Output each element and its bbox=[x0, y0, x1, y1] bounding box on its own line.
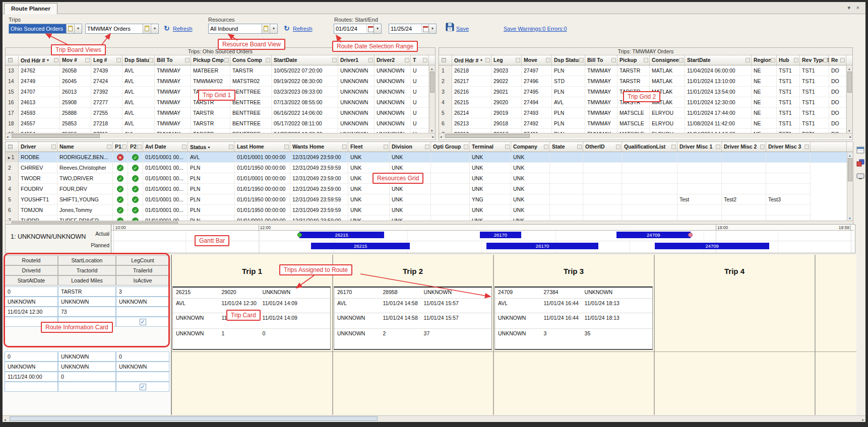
table-row[interactable]: 19245542585027215AVLTMWMAYTARSTRBENTTREE… bbox=[6, 129, 435, 133]
column-header-driver-misc-3[interactable]: Driver Misc 3 bbox=[766, 142, 811, 152]
route-field-value[interactable]: UNKNOWN bbox=[58, 362, 116, 372]
filter-icon[interactable] bbox=[224, 58, 229, 62]
column-header-dsp-status[interactable]: Dsp Status bbox=[552, 55, 585, 65]
trip-grid-2-vscrollbar[interactable]: ▴▾ bbox=[846, 66, 852, 133]
scroll-thumb[interactable] bbox=[12, 134, 100, 138]
table-row[interactable]: 6TOMJONJones,Tommy✓✓01/01/0001 00...PLN0… bbox=[6, 205, 853, 216]
route-field-value[interactable]: ✓ bbox=[116, 317, 169, 327]
table-row[interactable]: 18245572585327218AVLTMWMAYTARSTRBENTTREE… bbox=[6, 118, 435, 129]
route-field-value[interactable]: 3 bbox=[116, 287, 169, 297]
trip-card[interactable]: 2470927384UNKNOWNAVL11/01/24 16:4411/01/… bbox=[494, 287, 653, 350]
grid-corner-header[interactable] bbox=[6, 55, 19, 65]
column-header-hub[interactable]: Hub bbox=[777, 55, 800, 65]
save-warnings-link[interactable]: Save Warnings:0 Errors:0 bbox=[504, 26, 567, 32]
column-header-division[interactable]: Division bbox=[390, 142, 431, 152]
gantt-planned-bar[interactable]: 26215 bbox=[311, 243, 410, 249]
filter-icon[interactable] bbox=[679, 58, 684, 62]
filter-icon[interactable] bbox=[116, 58, 121, 62]
route-field-value[interactable]: 0 bbox=[116, 351, 169, 362]
route-field-value[interactable]: UNKNOWN bbox=[116, 297, 169, 307]
column-header-t[interactable]: T bbox=[411, 55, 429, 65]
filter-icon[interactable] bbox=[342, 145, 347, 149]
route-field-value[interactable]: ✓ bbox=[116, 382, 169, 392]
trip-grid-2-hscrollbar[interactable]: ◂▸ bbox=[439, 133, 852, 138]
column-header-mov-[interactable]: Mov # bbox=[60, 55, 91, 65]
column-header-leg[interactable]: Leg bbox=[491, 55, 522, 65]
gantt-actual-bar[interactable]: 24709 bbox=[616, 232, 691, 238]
route-start-date-field[interactable]: 01/01/24 ▾ bbox=[334, 24, 382, 34]
table-row[interactable]: 5262142901927493PLNTMWMAYMATSCLEELRYOU11… bbox=[439, 108, 852, 118]
refresh-icon[interactable]: ↻ bbox=[284, 25, 290, 32]
column-header-bill-to[interactable]: Bill To bbox=[155, 55, 191, 65]
filter-icon[interactable] bbox=[368, 58, 373, 62]
table-row[interactable]: 2CHRREVReeves,Christopher✓✓01/01/0001 00… bbox=[6, 163, 853, 173]
filter-icon[interactable] bbox=[823, 58, 828, 62]
column-header-driver1[interactable]: Driver1 bbox=[338, 55, 375, 65]
trip-view-1-dropdown[interactable]: Ohio Sourced Orders ▾ bbox=[9, 24, 82, 34]
table-row[interactable]: 5YOUSHFT1SHIFT1,YOUNG✓✓01/01/0001 00...P… bbox=[6, 194, 853, 205]
filter-icon[interactable] bbox=[611, 58, 616, 62]
filter-icon[interactable] bbox=[149, 58, 153, 62]
trip-card[interactable]: 2617028958UNKNOWNAVL11/01/24 14:5811/01/… bbox=[334, 287, 492, 350]
column-header-pickup[interactable]: Pickup bbox=[617, 55, 650, 65]
route-field-value[interactable]: TARSTR bbox=[58, 287, 116, 297]
dock-layout-icon[interactable] bbox=[856, 159, 864, 169]
scroll-thumb[interactable] bbox=[10, 416, 378, 421]
column-header-p2[interactable]: P2 bbox=[128, 142, 143, 152]
main-hscrollbar[interactable]: ◂ ▸ bbox=[3, 415, 865, 421]
column-header-rev-type-3[interactable]: Rev Type 3 bbox=[800, 55, 829, 65]
filter-icon[interactable] bbox=[85, 58, 90, 62]
refresh-trips-link[interactable]: Refresh bbox=[173, 26, 193, 32]
trip-view-2-dropdown[interactable]: TMWMAY Orders ▾ bbox=[85, 24, 159, 34]
tab-list-icon[interactable]: ▾ bbox=[847, 5, 850, 11]
filter-icon[interactable] bbox=[266, 58, 270, 62]
filter-icon[interactable] bbox=[107, 145, 111, 149]
column-header-pickup-cmp[interactable]: Pickup Cmp bbox=[191, 55, 230, 65]
route-field-value[interactable]: 11/11/24 00:00 bbox=[5, 372, 58, 382]
column-header-last-home[interactable]: Last Home bbox=[235, 142, 290, 152]
column-header-fleet[interactable]: Fleet bbox=[348, 142, 390, 152]
route-field-value[interactable]: 0 bbox=[5, 351, 58, 362]
filter-icon[interactable] bbox=[716, 145, 720, 149]
table-row[interactable]: 14247492604527424AVLTMWMAYTMWMAY02MATSTR… bbox=[6, 76, 435, 87]
route-field-value[interactable]: UNKNOWN bbox=[58, 297, 116, 307]
refresh-icon[interactable]: ↻ bbox=[164, 25, 170, 32]
route-field-value[interactable]: 11/01/24 12:30 bbox=[5, 307, 58, 317]
column-header-terminal[interactable]: Terminal bbox=[470, 142, 511, 152]
column-header-dsp-status[interactable]: Dsp Status bbox=[122, 55, 155, 65]
column-header-name[interactable]: Name bbox=[57, 142, 113, 152]
filter-icon[interactable] bbox=[464, 145, 468, 149]
gantt-actual-bar[interactable]: 26215 bbox=[299, 232, 384, 238]
chevron-down-icon[interactable]: ▾ bbox=[428, 24, 436, 33]
view-edit-icon[interactable] bbox=[143, 24, 151, 33]
column-header-consignee[interactable]: Consignee bbox=[650, 55, 685, 65]
table-row[interactable]: 6262132901827492PLNTMWMAYMATSCLEELRYOU11… bbox=[439, 118, 852, 129]
column-header-driver2[interactable]: Driver2 bbox=[375, 55, 411, 65]
column-header-company[interactable]: Company bbox=[511, 142, 550, 152]
table-row[interactable]: 4FOUDRVFOUR,DRV✓✓01/01/0001 00...PLN01/0… bbox=[6, 184, 853, 194]
filter-icon[interactable] bbox=[384, 145, 388, 149]
filter-icon[interactable] bbox=[505, 145, 510, 149]
gantt-planned-bar[interactable]: 24709 bbox=[655, 243, 769, 249]
filter-icon[interactable] bbox=[644, 58, 648, 62]
filter-icon[interactable] bbox=[544, 145, 548, 149]
dock-panel-icon[interactable] bbox=[856, 146, 864, 156]
table-row[interactable]: 13247622605827439AVLTMWMAYMATBEERTARSTR1… bbox=[6, 65, 435, 76]
filter-icon[interactable] bbox=[616, 145, 621, 149]
save-icon[interactable] bbox=[445, 22, 455, 34]
chevron-down-icon[interactable]: ▾ bbox=[151, 24, 158, 33]
column-header-ord-hdr-[interactable]: Ord Hdr #▼ bbox=[452, 55, 491, 65]
route-field-value[interactable]: UNKNOWN bbox=[116, 362, 169, 372]
dock-monitor-icon[interactable] bbox=[856, 172, 864, 182]
close-icon[interactable]: × bbox=[856, 5, 859, 11]
table-row[interactable]: ▸1RODBERODRIGUEZ,BEN...×✓01/01/0001 00..… bbox=[6, 152, 853, 163]
table-row[interactable]: 7262122901727491PLNTMWMAYMATSCLEELRYOU11… bbox=[439, 129, 852, 133]
resources-grid-vscrollbar[interactable]: ▴▾ bbox=[847, 153, 853, 221]
scroll-thumb[interactable] bbox=[848, 158, 852, 181]
refresh-resources-link[interactable]: Refresh bbox=[293, 26, 313, 32]
gantt-actual-bar[interactable]: 26170 bbox=[480, 232, 521, 238]
column-header-startdate[interactable]: StartDate bbox=[685, 55, 752, 65]
scroll-thumb[interactable] bbox=[847, 72, 852, 93]
filter-icon[interactable] bbox=[577, 145, 582, 149]
route-field-value[interactable]: UNKNOWN bbox=[5, 297, 58, 307]
